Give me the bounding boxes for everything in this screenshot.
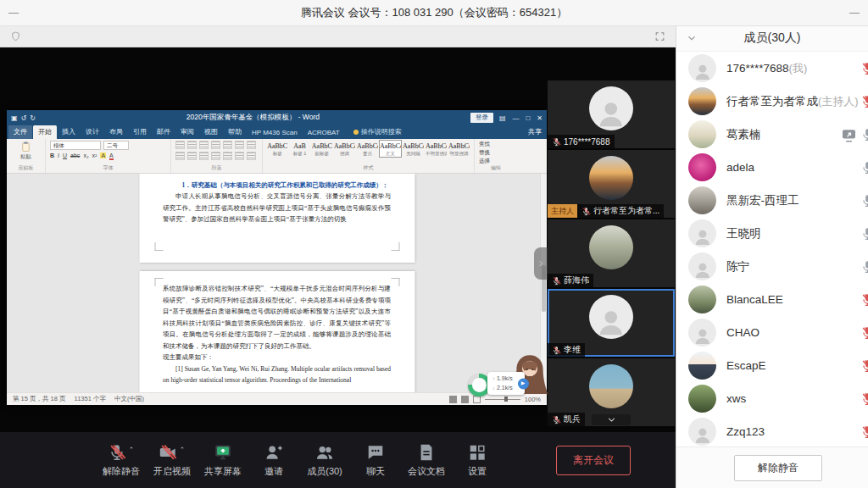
avatar (589, 295, 633, 339)
host-badge: 主持人 (548, 204, 577, 218)
doc-paragraph: 系统故障诊断及容错控制技术研究”、“大规模单干扰多元混合时间序列分析与建模研究”… (163, 283, 391, 352)
word-tab-10: HP M436 Scan (247, 127, 303, 139)
member-row[interactable]: 行者常至为者常成(主持人) (676, 85, 868, 118)
word-close-icon: ✕ (537, 114, 542, 122)
member-row[interactable]: Zzq123 (676, 415, 868, 446)
toolbar-button-invite[interactable]: 邀请 (253, 443, 295, 478)
leave-meeting-button[interactable]: 离开会议 (556, 446, 631, 475)
member-mic-muted-icon[interactable] (860, 292, 868, 307)
member-row[interactable]: 陈宁 (676, 250, 868, 283)
document-page-1: 1．研究基础（与本项目相关的研究工作积累和已取得的研究工作成绩）： 申请人长期从… (139, 174, 415, 263)
caret-up-icon (128, 444, 135, 451)
member-mic-icon[interactable] (860, 160, 868, 175)
video-tile[interactable]: 薛海伟 (548, 219, 675, 287)
participant-name: 176****7688 (564, 137, 610, 147)
video-strip-collapse-handle[interactable] (534, 247, 548, 280)
member-row[interactable]: 176****7688(我) (676, 52, 868, 85)
toolbar-button-mic-muted[interactable]: 解除静音 (100, 443, 142, 478)
toolbar-button-label: 解除静音 (103, 465, 140, 478)
member-name: EscapE (726, 359, 766, 372)
participant-name: 薛海伟 (564, 274, 589, 286)
toolbar-button-camera-off[interactable]: 开启视频 (151, 443, 193, 478)
member-mic-icon[interactable] (860, 193, 868, 208)
doc-heading: 1．研究基础（与本项目相关的研究工作积累和已取得的研究工作成绩）： (163, 180, 391, 191)
member-name: 176****7688 (726, 62, 789, 75)
member-row[interactable]: BlancaLEE (676, 283, 868, 316)
video-tile-label: 176****7688 (548, 135, 615, 148)
member-row[interactable]: EscapE (676, 349, 868, 382)
redo-icon: ↻ (30, 114, 36, 122)
toolbar-button-share-screen[interactable]: 共享屏幕 (202, 443, 244, 478)
member-row[interactable]: 黑新宏-西理工 (676, 184, 868, 217)
member-row[interactable]: CHAO (676, 316, 868, 349)
member-suffix: (我) (789, 61, 808, 76)
window-control-left-icon[interactable]: — (8, 0, 19, 25)
collapse-panel-icon[interactable] (687, 33, 697, 43)
member-mic-icon[interactable] (860, 127, 868, 141)
avatar (688, 87, 716, 115)
toolbar-button-members[interactable]: 成员(30) (303, 443, 346, 478)
shield-icon[interactable] (10, 30, 21, 42)
toolbar-button-settings[interactable]: 设置 (456, 443, 498, 478)
paragraph-tool-icon (247, 152, 256, 160)
word-tab-2: 插入 (57, 125, 81, 139)
member-mic-muted-icon[interactable] (860, 391, 868, 406)
avatar (688, 286, 716, 313)
member-name: xws (726, 392, 746, 405)
tell-me-search: 操作说明搜索 (353, 127, 402, 139)
video-tile[interactable]: 176****7688 (548, 80, 675, 148)
member-panel-footer: 解除静音 (676, 446, 868, 488)
font-tool: x² (92, 152, 97, 158)
paragraph-tool-icon (235, 141, 244, 149)
member-mic-muted-icon[interactable] (860, 325, 868, 340)
language-indicator: 中文(中国) (114, 395, 144, 403)
member-row[interactable]: xws (676, 382, 868, 415)
word-tab-7: 审阅 (175, 125, 199, 139)
doc-paragraph: 现主要成果如下： (163, 352, 391, 363)
avatar (688, 252, 716, 280)
participant-name: 李维 (564, 344, 581, 356)
toolbar-button-chat[interactable]: 聊天 (354, 443, 397, 478)
doc-reference: [1] Susan Ge, Yan Yang, Wei Ni, Rui Zhan… (163, 363, 391, 386)
toolbar-button-docs[interactable]: 会议文档 (405, 443, 448, 478)
member-name: 行者常至为者常成 (726, 94, 818, 109)
word-tab-0: 文件 (8, 125, 32, 139)
avatar (589, 86, 633, 130)
toolbar-button-label: 邀请 (264, 465, 283, 478)
docs-icon (417, 443, 436, 462)
sharing-indicator-icon (841, 127, 857, 141)
paragraph-tool-icon (175, 152, 185, 160)
member-mic-icon[interactable] (860, 226, 868, 241)
scroll-down-button[interactable] (592, 414, 631, 425)
word-title-bar: ▣ ↺ ↻ 2020年国家青年基金（模拟模板） - Word 登录 ▤ — □ … (7, 110, 547, 125)
video-tile[interactable]: 主持人行者常至为者常... (548, 150, 675, 218)
word-maximize-icon: □ (526, 114, 530, 122)
member-panel-header: 成员(30人) (676, 25, 868, 52)
paragraph-tool-icon (223, 141, 232, 149)
member-mic-muted-icon[interactable] (860, 358, 868, 373)
avatar (688, 219, 716, 247)
video-tile[interactable]: 李维 (548, 289, 675, 357)
member-row[interactable]: adela (676, 151, 868, 184)
video-tile[interactable]: 凯兵 (548, 358, 675, 426)
member-mic-icon[interactable] (860, 259, 868, 274)
avatar (688, 319, 716, 347)
member-row[interactable]: 葛素楠 (676, 118, 868, 151)
style-gallery-item: AaBbCcD要点 (357, 141, 378, 157)
word-tab-4: 布局 (104, 125, 128, 139)
paragraph-tool-icon (211, 152, 220, 160)
word-document-title: 2020年国家青年基金（模拟模板） - Word (36, 113, 470, 123)
member-row[interactable]: 王晓明 (676, 217, 868, 250)
participant-name: 行者常至为者常... (593, 205, 659, 217)
unmute-all-button[interactable]: 解除静音 (734, 455, 822, 481)
mic-muted-icon (552, 137, 561, 147)
member-mic-muted-icon[interactable] (860, 61, 868, 75)
style-gallery-item: AaBbC副标题 (312, 141, 332, 157)
member-mic-muted-icon[interactable] (860, 424, 868, 439)
mic-muted-icon (552, 346, 561, 355)
caret-up-icon (179, 444, 186, 451)
word-tab-6: 邮件 (152, 125, 175, 139)
fullscreen-icon[interactable] (654, 30, 665, 42)
member-mic-muted-icon[interactable] (860, 94, 868, 108)
window-control-right-icon[interactable]: — (849, 0, 860, 25)
